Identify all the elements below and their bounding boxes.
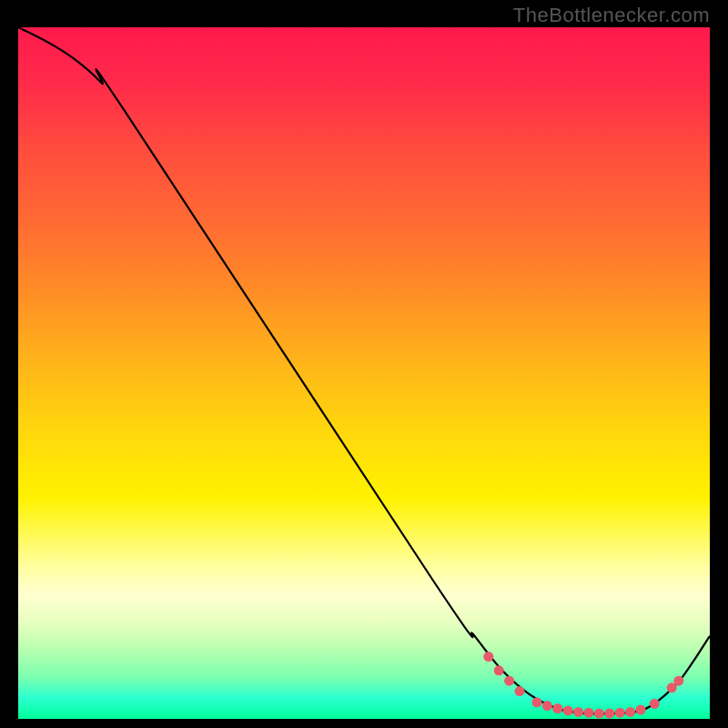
data-marker	[594, 708, 604, 718]
data-marker	[650, 699, 660, 709]
data-marker	[625, 707, 635, 717]
data-marker	[483, 652, 493, 662]
data-marker	[494, 665, 504, 675]
data-marker	[573, 707, 583, 717]
chart-plot-area	[18, 27, 710, 719]
data-marker	[615, 708, 625, 718]
data-marker	[673, 676, 683, 686]
data-marker	[552, 703, 562, 713]
data-marker	[636, 705, 646, 715]
bottleneck-curve	[18, 27, 710, 713]
data-marker	[532, 697, 542, 707]
data-marker	[584, 708, 594, 718]
chart-svg	[18, 27, 710, 719]
data-marker	[604, 708, 614, 718]
data-markers	[483, 652, 683, 718]
attribution-text: TheBottlenecker.com	[513, 4, 710, 27]
data-marker	[563, 705, 573, 715]
data-marker	[515, 686, 525, 696]
data-marker	[504, 676, 514, 686]
data-marker	[542, 701, 552, 711]
